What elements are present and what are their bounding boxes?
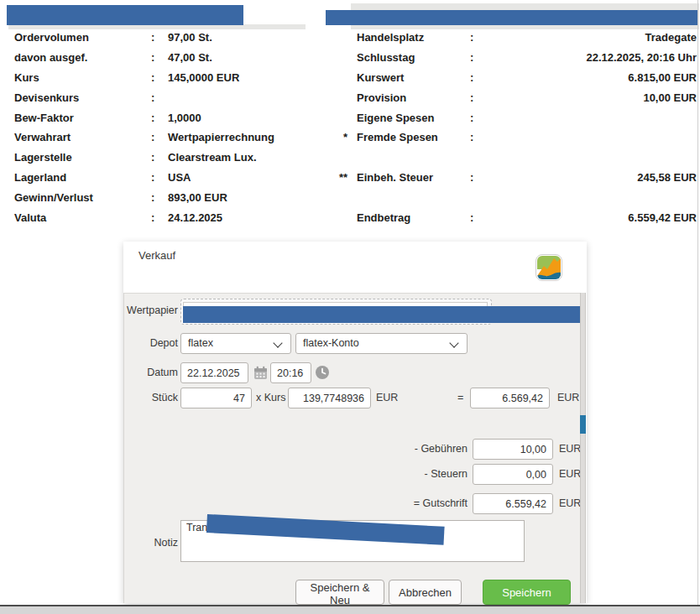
- doc-row: Eigene Spesen:: [334, 107, 697, 127]
- redaction-bar: [326, 10, 698, 25]
- wertpapier-label: Wertpapier: [123, 304, 178, 316]
- cancel-button[interactable]: Abbrechen: [389, 580, 462, 605]
- credit-input[interactable]: [473, 493, 553, 514]
- window-bottom-strip: [0, 606, 700, 614]
- shares-input[interactable]: [180, 388, 252, 408]
- doc-row: *Fremde Spesen:: [334, 127, 697, 148]
- redaction-bar: [7, 5, 243, 25]
- doc-row: Gewinn/Verlust:893,00 EUR: [14, 187, 318, 207]
- doc-row: Provision:10,00 EUR: [334, 87, 697, 107]
- date-input[interactable]: [180, 362, 248, 383]
- window-right-edge: [697, 0, 698, 606]
- konto-select[interactable]: flatex-Konto: [295, 333, 468, 354]
- datum-label: Datum: [123, 367, 178, 378]
- depot-label: Depot: [123, 337, 178, 349]
- gutschrift-label: = Gutschrift: [325, 497, 468, 509]
- doc-row: [334, 148, 697, 168]
- doc-row: Ordervolumen:97,00 St.: [14, 28, 318, 48]
- dialog-scrollbar-thumb[interactable]: [580, 415, 586, 434]
- doc-row: Verwahrart:Wertpapierrechnung: [14, 127, 318, 148]
- currency-label: EUR: [559, 443, 581, 455]
- doc-row: Lagerstelle:Clearstream Lux.: [14, 148, 318, 168]
- clock-icon[interactable]: [315, 365, 330, 380]
- doc-row: [334, 187, 697, 207]
- taxes-input[interactable]: [473, 464, 553, 485]
- redaction-bar: [183, 306, 586, 323]
- currency-label: EUR: [376, 392, 398, 403]
- doc-row: Schlusstag:22.12.2025, 20:16 Uhr: [334, 48, 697, 68]
- window: Ordervolumen:97,00 St. davon ausgef.:47,…: [0, 0, 700, 614]
- subtotal-input[interactable]: [470, 388, 550, 408]
- currency-label: EUR: [559, 468, 581, 480]
- notiz-label: Notiz: [123, 537, 178, 549]
- konto-select-value: flatex-Konto: [303, 337, 359, 349]
- depot-select[interactable]: flatex: [180, 333, 291, 354]
- chevron-down-icon: [273, 338, 282, 347]
- steuern-label: - Steuern: [325, 468, 468, 480]
- calendar-icon[interactable]: [253, 366, 268, 380]
- doc-row: Devisenkurs:: [14, 87, 318, 107]
- x-kurs-label: x Kurs: [256, 392, 285, 403]
- doc-row: Kurswert:6.815,00 EUR: [334, 68, 697, 88]
- doc-row: davon ausgef.:47,00 St.: [14, 48, 318, 68]
- price-input[interactable]: [288, 388, 371, 408]
- dialog-title: Verkauf: [138, 249, 175, 262]
- currency-label: EUR: [557, 392, 579, 403]
- doc-row: Lagerland:USA: [14, 168, 318, 188]
- save-and-new-button[interactable]: Speichern & Neu: [295, 580, 384, 605]
- doc-row: Handelsplatz:Tradegate: [334, 28, 697, 48]
- portfolio-performance-logo-icon: [535, 254, 562, 281]
- dialog-scrollbar-track[interactable]: [580, 293, 586, 603]
- sell-transaction-dialog: Verkauf Wertpapier Depot flatex flatex-K…: [123, 242, 587, 603]
- currency-label: EUR: [559, 497, 581, 509]
- stueck-label: Stück: [123, 392, 178, 403]
- save-button[interactable]: Speichern: [483, 580, 571, 605]
- order-details-left-column: Ordervolumen:97,00 St. davon ausgef.:47,…: [14, 28, 318, 227]
- gebuehren-label: - Gebühren: [325, 443, 468, 455]
- doc-row: Endbetrag:6.559,42 EUR: [334, 207, 697, 227]
- doc-row: Kurs:145,0000 EUR: [14, 68, 318, 88]
- equals-label: =: [457, 392, 463, 403]
- time-input[interactable]: [270, 362, 311, 383]
- doc-row: **Einbeh. Steuer:245,58 EUR: [334, 168, 697, 188]
- chevron-down-icon: [449, 338, 458, 347]
- order-details-right-column: Handelsplatz:Tradegate Schlusstag:22.12.…: [334, 28, 697, 227]
- depot-select-value: flatex: [188, 337, 213, 349]
- doc-row: Bew-Faktor:1,0000: [14, 107, 318, 127]
- fees-input[interactable]: [473, 439, 553, 460]
- doc-row: Valuta:24.12.2025: [14, 207, 318, 227]
